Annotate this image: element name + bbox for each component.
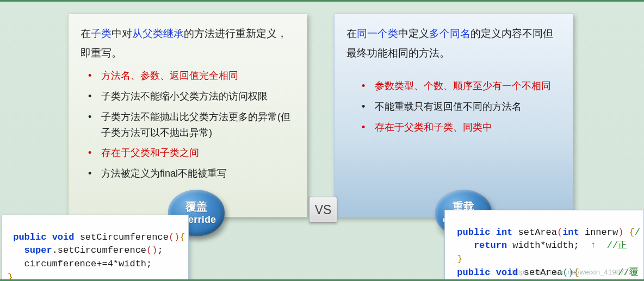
override-code-snippet: public void setCircumference(){ super.se…: [2, 215, 189, 281]
vs-badge: VS: [309, 197, 337, 223]
arrow-up-icon: ↑: [590, 240, 596, 251]
t: width*width;: [507, 240, 579, 251]
brace: {: [623, 227, 634, 238]
id: setCircumference: [74, 232, 168, 242]
hl-subclass: 子类: [91, 28, 112, 39]
kw: public: [457, 267, 490, 278]
rule-item: 参数类型、个数、顺序至少有一个不相同: [354, 78, 561, 94]
brace: }: [457, 254, 462, 264]
override-rules: 方法名、参数、返回值完全相同子类方法不能缩小父类方法的访问权限子类方法不能抛出比…: [81, 68, 295, 182]
code-line: circumference+=4*width;: [8, 259, 152, 269]
rule-item: 子类方法不能抛出比父类方法更多的异常(但子类方法可以不抛出异常): [81, 109, 295, 141]
brace: }: [8, 272, 13, 281]
kw: int: [562, 227, 579, 238]
overload-intro: 在同一个类中定义多个同名的定义内容不同但最终功能相同的方法。: [346, 24, 561, 63]
id: innerw: [579, 227, 618, 238]
rule-item: 子类方法不能缩小父类方法的访问权限: [81, 89, 295, 104]
kw: int: [496, 227, 513, 238]
kw: public: [457, 227, 490, 238]
hl-multiname: 多个同名: [429, 28, 470, 39]
t: 在: [346, 28, 357, 39]
rule-item: 方法名、参数、返回值完全相同: [81, 68, 295, 84]
id: .setCircumference: [52, 245, 146, 255]
brace: {: [179, 232, 185, 242]
overload-panel: 在同一个类中定义多个同名的定义内容不同但最终功能相同的方法。 参数类型、个数、顺…: [334, 14, 573, 217]
watermark: https://blog.csdn.net/weixin_41987706: [512, 268, 636, 276]
paren: (): [146, 245, 157, 255]
kw: super: [24, 245, 52, 255]
rule-item: 存在于父类和子类、同类中: [354, 120, 561, 135]
override-intro: 在子类中对从父类继承的方法进行重新定义，即重写。: [81, 24, 295, 63]
kw: return: [474, 240, 507, 251]
rule-item: 方法被定义为final不能被重写: [81, 166, 295, 182]
id: setArea: [512, 227, 557, 238]
hl-sameclass: 同一个类: [357, 28, 398, 39]
t: 中定义: [398, 28, 429, 39]
t: 中对: [112, 28, 132, 39]
comment: /: [635, 227, 640, 238]
hl-inherit: 从父类继承: [132, 28, 184, 39]
comment: //正: [596, 240, 627, 251]
badge-cn: 覆盖: [185, 200, 207, 214]
paren: (): [169, 232, 179, 242]
rule-item: 存在于父类和子类之间: [81, 145, 295, 161]
paren: ): [618, 227, 623, 238]
overload-rules: 参数类型、个数、顺序至少有一个不相同不能重载只有返回值不同的方法名存在于父类和子…: [346, 78, 561, 135]
kw: void: [52, 232, 75, 242]
t: 在: [81, 28, 91, 39]
t: ;: [157, 245, 163, 255]
kw: public: [13, 232, 46, 242]
override-panel: 在子类中对从父类继承的方法进行重新定义，即重写。 方法名、参数、返回值完全相同子…: [68, 14, 307, 217]
rule-item: 不能重载只有返回值不同的方法名: [354, 99, 561, 115]
paren: (: [557, 227, 562, 238]
